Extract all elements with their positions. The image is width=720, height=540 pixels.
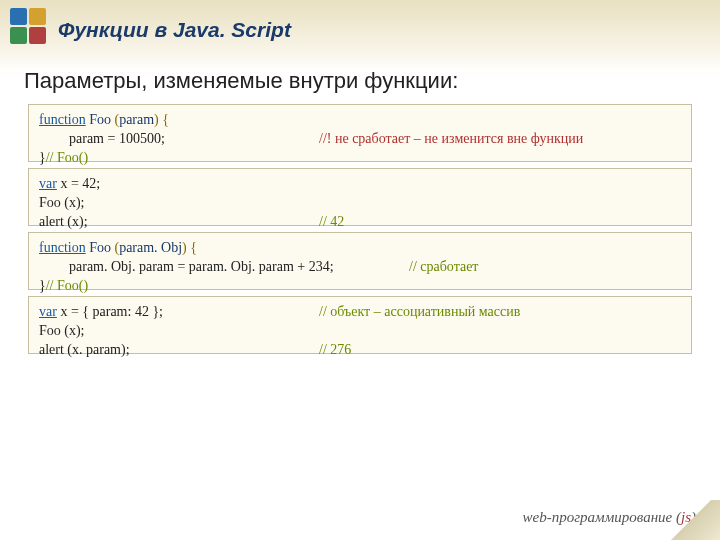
comment: // Foo() <box>46 278 88 293</box>
statement: x = { param: 42 }; <box>57 304 163 319</box>
code-line: }// Foo() <box>39 149 681 168</box>
code-line: Foo (x); <box>39 322 681 341</box>
statement: alert (x); <box>39 214 88 229</box>
identifier: Foo <box>86 112 115 127</box>
code-line: alert (x. param); // 276 <box>39 341 681 360</box>
code-line: param. Obj. param = param. Obj. param + … <box>39 258 681 277</box>
comment: // 276 <box>319 341 351 360</box>
code-line: alert (x); // 42 <box>39 213 681 232</box>
comment: // объект – ассоциативный массив <box>319 303 520 322</box>
keyword-function: function <box>39 240 86 255</box>
identifier: Foo <box>86 240 115 255</box>
statement: param = 100500; <box>39 130 165 149</box>
footer-label: web-программирование ( <box>523 509 681 525</box>
page-curl-icon <box>664 500 720 540</box>
code-line: }// Foo() <box>39 277 681 296</box>
slide-subtitle: Параметры, изменяемые внутри функции: <box>24 68 458 94</box>
code-block-4: var x = { param: 42 }; // объект – ассоц… <box>28 296 692 354</box>
code-block-1: function Foo (param) { param = 100500; /… <box>28 104 692 162</box>
keyword-var: var <box>39 304 57 319</box>
statement: x = 42; <box>57 176 100 191</box>
comment: // 42 <box>319 213 344 232</box>
logo-icon <box>10 8 46 44</box>
keyword-function: function <box>39 112 86 127</box>
keyword-var: var <box>39 176 57 191</box>
code-block-2: var x = 42; Foo (x); alert (x); // 42 <box>28 168 692 226</box>
code-line: var x = 42; <box>39 175 681 194</box>
paren: ) { <box>182 240 197 255</box>
code-line: function Foo (param) { <box>39 111 681 130</box>
code-line: function Foo (param. Obj) { <box>39 239 681 258</box>
comment: // Foo() <box>46 150 88 165</box>
code-line: param = 100500; //! не сработает – не из… <box>39 130 681 149</box>
code-line: Foo (x); <box>39 194 681 213</box>
statement: alert (x. param); <box>39 342 130 357</box>
brace: } <box>39 278 46 293</box>
comment: // сработает <box>409 258 478 277</box>
paren: ) { <box>154 112 169 127</box>
slide-title: Функции в Java. Script <box>58 18 291 42</box>
statement: param. Obj. param = param. Obj. param + … <box>39 258 334 277</box>
param: param <box>119 112 154 127</box>
code-line: var x = { param: 42 }; // объект – ассоц… <box>39 303 681 322</box>
comment-warning: //! не сработает – не изменится вне функ… <box>319 130 583 149</box>
code-block-3: function Foo (param. Obj) { param. Obj. … <box>28 232 692 290</box>
param: param. Obj <box>119 240 182 255</box>
brace: } <box>39 150 46 165</box>
